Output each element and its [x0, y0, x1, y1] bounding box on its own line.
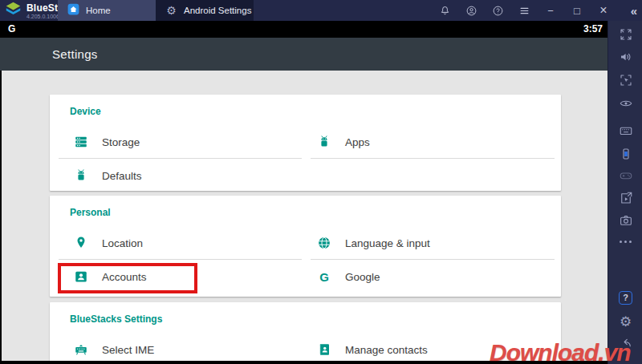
item-label: Language & input	[345, 237, 430, 249]
tab-home[interactable]: Home	[58, 0, 156, 21]
android-statusbar: G 3:57	[0, 21, 607, 38]
maximize-icon[interactable]: □	[571, 4, 583, 17]
item-label: Defaults	[102, 170, 142, 182]
settings-item-select-ime[interactable]: Select IME	[50, 333, 307, 361]
account-icon[interactable]	[465, 4, 477, 17]
android-icon	[74, 168, 88, 183]
macro-recorder-icon[interactable]	[608, 190, 642, 206]
titlebar: BlueStacks 4.205.0.1006 Home ⚙ Android S…	[0, 0, 642, 21]
contacts-book-icon	[317, 342, 331, 357]
notifications-icon[interactable]	[438, 4, 451, 17]
menu-icon[interactable]	[518, 4, 530, 17]
item-label: Manage contacts	[345, 344, 428, 356]
storage-icon	[74, 135, 88, 149]
clock: 3:57	[583, 23, 603, 34]
help-icon[interactable]	[491, 4, 504, 17]
google-notification-icon: G	[8, 23, 15, 34]
collapse-sidebar-icon[interactable]: «	[631, 0, 637, 21]
location-pin-icon	[74, 236, 88, 250]
item-label: Apps	[345, 136, 370, 148]
card-bluestacks-settings: BlueStacks Settings	[50, 302, 561, 361]
volume-icon[interactable]	[608, 49, 642, 65]
settings-item-location[interactable]: Location	[50, 226, 307, 260]
section-title-bluestacks-settings: BlueStacks Settings	[50, 313, 561, 333]
bluestacks-logo-icon	[5, 1, 22, 21]
more-icon[interactable]	[608, 233, 642, 249]
settings-item-storage[interactable]: Storage	[50, 125, 307, 159]
account-badge-icon	[74, 269, 88, 284]
keyboard-controls-icon[interactable]	[608, 123, 642, 139]
tab-settings-label: Android Settings	[184, 6, 251, 15]
close-icon[interactable]: ×	[597, 4, 610, 17]
android-icon	[317, 135, 331, 149]
settings-item-language-input[interactable]: Language & input	[307, 226, 561, 260]
card-personal: Personal Location	[50, 196, 561, 297]
download-vn-watermark: Download.vn	[490, 339, 631, 364]
minimize-icon[interactable]: −	[544, 4, 557, 17]
screenshot-camera-icon[interactable]	[608, 212, 642, 229]
item-label: Location	[102, 237, 143, 249]
sidebar-help-icon[interactable]: ?	[608, 289, 642, 305]
sidebar-settings-gear-icon[interactable]: ⚙	[608, 313, 642, 330]
keyboard-ime-icon	[74, 342, 88, 357]
item-label: Select IME	[102, 344, 154, 356]
emulator-screen: G 3:57 Settings Device	[0, 21, 607, 364]
section-title-personal: Personal	[50, 207, 561, 226]
sidebar-toolbar: ? ⚙	[607, 21, 642, 364]
tab-android-settings[interactable]: ⚙ Android Settings	[156, 0, 254, 21]
settings-item-accounts[interactable]: Accounts	[50, 260, 307, 293]
device-shake-icon[interactable]	[608, 146, 642, 162]
eco-mode-eye-icon[interactable]	[608, 95, 642, 111]
settings-action-bar: Settings	[0, 38, 607, 71]
settings-item-google[interactable]: G Google	[307, 260, 561, 293]
home-icon	[67, 3, 79, 18]
settings-content: Device	[2, 71, 607, 361]
section-title-device: Device	[50, 106, 561, 125]
window-controls: − □ ×	[438, 0, 610, 21]
google-g-icon: G	[317, 269, 331, 284]
card-device: Device	[50, 95, 561, 191]
settings-item-apps[interactable]: Apps	[307, 125, 561, 159]
fullscreen-icon[interactable]	[608, 26, 642, 42]
gamepad-icon[interactable]	[608, 168, 642, 184]
item-label: Storage	[102, 136, 140, 148]
aim-mode-icon[interactable]	[608, 72, 642, 88]
globe-icon	[317, 236, 331, 250]
item-label: Accounts	[102, 271, 147, 283]
gear-icon: ⚙	[165, 5, 177, 17]
tab-home-label: Home	[86, 6, 111, 15]
empty-cell	[307, 159, 561, 192]
page-title: Settings	[52, 47, 98, 61]
bluestacks-window: BlueStacks 4.205.0.1006 Home ⚙ Android S…	[0, 0, 642, 364]
settings-item-defaults[interactable]: Defaults	[50, 159, 307, 192]
item-label: Google	[345, 271, 380, 283]
